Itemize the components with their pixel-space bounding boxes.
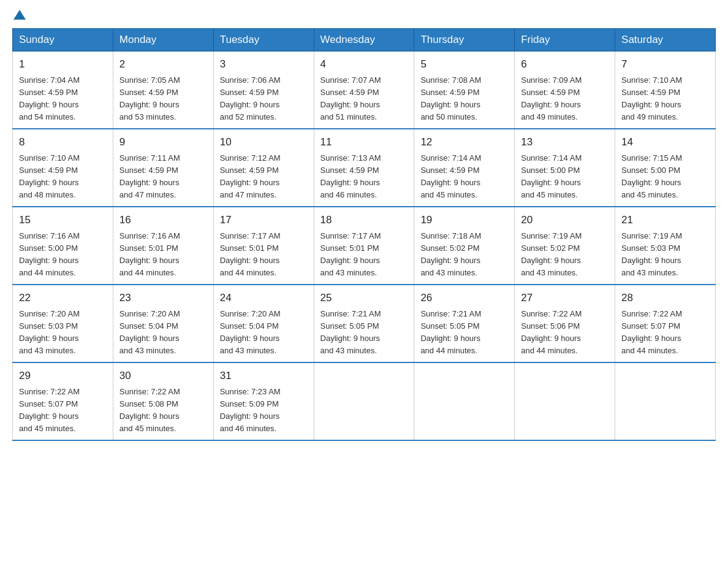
day-number: 15 xyxy=(19,212,107,228)
day-info: Sunrise: 7:19 AMSunset: 5:03 PMDaylight:… xyxy=(621,231,682,277)
day-number: 19 xyxy=(420,212,508,228)
day-info: Sunrise: 7:17 AMSunset: 5:01 PMDaylight:… xyxy=(320,231,381,277)
day-number: 9 xyxy=(119,134,207,150)
day-info: Sunrise: 7:19 AMSunset: 5:02 PMDaylight:… xyxy=(521,231,582,277)
calendar-cell: 28 Sunrise: 7:22 AMSunset: 5:07 PMDaylig… xyxy=(615,285,716,362)
day-number: 11 xyxy=(320,134,408,150)
calendar-cell: 5 Sunrise: 7:08 AMSunset: 4:59 PMDayligh… xyxy=(414,52,515,129)
calendar-cell: 24 Sunrise: 7:20 AMSunset: 5:04 PMDaylig… xyxy=(213,285,314,362)
day-number: 13 xyxy=(521,134,609,150)
day-info: Sunrise: 7:05 AMSunset: 4:59 PMDaylight:… xyxy=(119,75,180,121)
calendar-cell: 26 Sunrise: 7:21 AMSunset: 5:05 PMDaylig… xyxy=(414,285,515,362)
week-row-1: 1 Sunrise: 7:04 AMSunset: 4:59 PMDayligh… xyxy=(13,52,716,129)
day-number: 6 xyxy=(521,56,609,72)
day-info: Sunrise: 7:21 AMSunset: 5:05 PMDaylight:… xyxy=(420,309,481,355)
calendar-cell: 10 Sunrise: 7:12 AMSunset: 4:59 PMDaylig… xyxy=(213,129,314,207)
day-info: Sunrise: 7:16 AMSunset: 5:01 PMDaylight:… xyxy=(119,231,180,277)
calendar-cell xyxy=(414,362,515,440)
calendar-cell: 6 Sunrise: 7:09 AMSunset: 4:59 PMDayligh… xyxy=(515,52,615,129)
calendar-cell: 13 Sunrise: 7:14 AMSunset: 5:00 PMDaylig… xyxy=(515,129,615,207)
day-number: 2 xyxy=(119,56,207,72)
weekday-header-row: SundayMondayTuesdayWednesdayThursdayFrid… xyxy=(13,29,716,52)
day-info: Sunrise: 7:22 AMSunset: 5:07 PMDaylight:… xyxy=(621,309,682,355)
day-number: 20 xyxy=(521,212,609,228)
day-number: 10 xyxy=(220,134,308,150)
calendar-cell: 8 Sunrise: 7:10 AMSunset: 4:59 PMDayligh… xyxy=(13,129,113,207)
calendar-cell: 9 Sunrise: 7:11 AMSunset: 4:59 PMDayligh… xyxy=(113,129,213,207)
calendar-cell: 18 Sunrise: 7:17 AMSunset: 5:01 PMDaylig… xyxy=(314,207,414,285)
day-number: 26 xyxy=(420,290,508,306)
day-number: 27 xyxy=(521,290,609,306)
weekday-header-friday: Friday xyxy=(515,29,615,52)
week-row-4: 22 Sunrise: 7:20 AMSunset: 5:03 PMDaylig… xyxy=(13,285,716,362)
logo-triangle-icon xyxy=(13,10,26,20)
weekday-header-sunday: Sunday xyxy=(13,29,113,52)
calendar-cell: 12 Sunrise: 7:14 AMSunset: 4:59 PMDaylig… xyxy=(414,129,515,207)
weekday-header-monday: Monday xyxy=(113,29,213,52)
week-row-3: 15 Sunrise: 7:16 AMSunset: 5:00 PMDaylig… xyxy=(13,207,716,285)
day-info: Sunrise: 7:10 AMSunset: 4:59 PMDaylight:… xyxy=(621,75,682,121)
day-number: 17 xyxy=(220,212,308,228)
calendar-cell: 30 Sunrise: 7:22 AMSunset: 5:08 PMDaylig… xyxy=(113,362,213,440)
day-info: Sunrise: 7:22 AMSunset: 5:08 PMDaylight:… xyxy=(119,387,180,433)
week-row-5: 29 Sunrise: 7:22 AMSunset: 5:07 PMDaylig… xyxy=(13,362,716,440)
calendar-cell: 21 Sunrise: 7:19 AMSunset: 5:03 PMDaylig… xyxy=(615,207,716,285)
day-info: Sunrise: 7:22 AMSunset: 5:06 PMDaylight:… xyxy=(521,309,582,355)
calendar-cell: 4 Sunrise: 7:07 AMSunset: 4:59 PMDayligh… xyxy=(314,52,414,129)
week-row-2: 8 Sunrise: 7:10 AMSunset: 4:59 PMDayligh… xyxy=(13,129,716,207)
day-info: Sunrise: 7:23 AMSunset: 5:09 PMDaylight:… xyxy=(220,387,281,433)
day-number: 5 xyxy=(420,56,508,72)
logo xyxy=(12,12,26,22)
calendar-cell: 14 Sunrise: 7:15 AMSunset: 5:00 PMDaylig… xyxy=(615,129,716,207)
page-header xyxy=(12,12,716,22)
day-number: 29 xyxy=(19,368,107,384)
day-info: Sunrise: 7:20 AMSunset: 5:03 PMDaylight:… xyxy=(19,309,80,355)
calendar-cell: 2 Sunrise: 7:05 AMSunset: 4:59 PMDayligh… xyxy=(113,52,213,129)
day-number: 31 xyxy=(220,368,308,384)
day-info: Sunrise: 7:15 AMSunset: 5:00 PMDaylight:… xyxy=(621,153,682,199)
calendar-cell: 19 Sunrise: 7:18 AMSunset: 5:02 PMDaylig… xyxy=(414,207,515,285)
day-info: Sunrise: 7:09 AMSunset: 4:59 PMDaylight:… xyxy=(521,75,582,121)
day-info: Sunrise: 7:22 AMSunset: 5:07 PMDaylight:… xyxy=(19,387,80,433)
calendar-cell: 25 Sunrise: 7:21 AMSunset: 5:05 PMDaylig… xyxy=(314,285,414,362)
calendar-cell: 11 Sunrise: 7:13 AMSunset: 4:59 PMDaylig… xyxy=(314,129,414,207)
day-info: Sunrise: 7:11 AMSunset: 4:59 PMDaylight:… xyxy=(119,153,180,199)
day-info: Sunrise: 7:21 AMSunset: 5:05 PMDaylight:… xyxy=(320,309,381,355)
day-number: 21 xyxy=(621,212,709,228)
calendar-cell: 31 Sunrise: 7:23 AMSunset: 5:09 PMDaylig… xyxy=(213,362,314,440)
day-number: 22 xyxy=(19,290,107,306)
weekday-header-thursday: Thursday xyxy=(414,29,515,52)
weekday-header-saturday: Saturday xyxy=(615,29,716,52)
weekday-header-tuesday: Tuesday xyxy=(213,29,314,52)
calendar-cell: 29 Sunrise: 7:22 AMSunset: 5:07 PMDaylig… xyxy=(13,362,113,440)
calendar-cell: 23 Sunrise: 7:20 AMSunset: 5:04 PMDaylig… xyxy=(113,285,213,362)
day-number: 14 xyxy=(621,134,709,150)
calendar-cell: 17 Sunrise: 7:17 AMSunset: 5:01 PMDaylig… xyxy=(213,207,314,285)
day-number: 25 xyxy=(320,290,408,306)
day-info: Sunrise: 7:13 AMSunset: 4:59 PMDaylight:… xyxy=(320,153,381,199)
day-number: 18 xyxy=(320,212,408,228)
weekday-header-wednesday: Wednesday xyxy=(314,29,414,52)
day-number: 3 xyxy=(220,56,308,72)
day-number: 23 xyxy=(119,290,207,306)
calendar-cell: 15 Sunrise: 7:16 AMSunset: 5:00 PMDaylig… xyxy=(13,207,113,285)
day-number: 24 xyxy=(220,290,308,306)
day-info: Sunrise: 7:10 AMSunset: 4:59 PMDaylight:… xyxy=(19,153,80,199)
day-number: 7 xyxy=(621,56,709,72)
calendar-cell xyxy=(515,362,615,440)
calendar-cell xyxy=(314,362,414,440)
day-info: Sunrise: 7:14 AMSunset: 5:00 PMDaylight:… xyxy=(521,153,582,199)
day-number: 8 xyxy=(19,134,107,150)
day-number: 4 xyxy=(320,56,408,72)
day-info: Sunrise: 7:08 AMSunset: 4:59 PMDaylight:… xyxy=(420,75,481,121)
day-info: Sunrise: 7:06 AMSunset: 4:59 PMDaylight:… xyxy=(220,75,281,121)
calendar-cell: 16 Sunrise: 7:16 AMSunset: 5:01 PMDaylig… xyxy=(113,207,213,285)
day-number: 28 xyxy=(621,290,709,306)
day-info: Sunrise: 7:16 AMSunset: 5:00 PMDaylight:… xyxy=(19,231,80,277)
calendar-cell: 27 Sunrise: 7:22 AMSunset: 5:06 PMDaylig… xyxy=(515,285,615,362)
day-number: 16 xyxy=(119,212,207,228)
day-info: Sunrise: 7:07 AMSunset: 4:59 PMDaylight:… xyxy=(320,75,381,121)
calendar-cell: 7 Sunrise: 7:10 AMSunset: 4:59 PMDayligh… xyxy=(615,52,716,129)
day-info: Sunrise: 7:20 AMSunset: 5:04 PMDaylight:… xyxy=(220,309,281,355)
calendar-cell: 1 Sunrise: 7:04 AMSunset: 4:59 PMDayligh… xyxy=(13,52,113,129)
